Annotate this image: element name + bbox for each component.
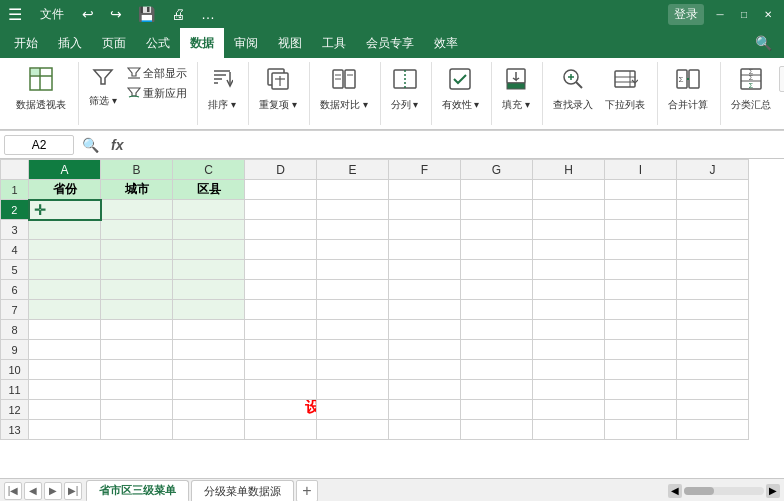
redo-icon[interactable]: ↪: [106, 4, 126, 24]
cell-f13[interactable]: [389, 420, 461, 440]
cell-a13[interactable]: [29, 420, 101, 440]
cell-h13[interactable]: [533, 420, 605, 440]
cell-g11[interactable]: [461, 380, 533, 400]
cell-h11[interactable]: [533, 380, 605, 400]
cell-d13[interactable]: [245, 420, 317, 440]
cell-d11[interactable]: [245, 380, 317, 400]
col-header-i[interactable]: I: [605, 160, 677, 180]
cell-c7[interactable]: [173, 300, 245, 320]
cell-f9[interactable]: [389, 340, 461, 360]
col-header-f[interactable]: F: [389, 160, 461, 180]
cell-h3[interactable]: [533, 220, 605, 240]
cell-j6[interactable]: [677, 280, 749, 300]
print-icon[interactable]: 🖨: [167, 4, 189, 24]
tab-formula[interactable]: 公式: [136, 28, 180, 58]
cell-c3[interactable]: [173, 220, 245, 240]
tab-vip[interactable]: 会员专享: [356, 28, 424, 58]
cell-b9[interactable]: [101, 340, 173, 360]
cell-h10[interactable]: [533, 360, 605, 380]
row-header-6[interactable]: 6: [1, 280, 29, 300]
row-header-11[interactable]: 11: [1, 380, 29, 400]
more-data-button[interactable]: [779, 66, 784, 92]
row-header-9[interactable]: 9: [1, 340, 29, 360]
reapply-button[interactable]: 重新应用: [125, 84, 189, 103]
find-insert-button[interactable]: 查找录入: [549, 64, 597, 114]
cell-a4[interactable]: [29, 240, 101, 260]
cell-a2[interactable]: ✛: [29, 200, 101, 220]
cell-b5[interactable]: [101, 260, 173, 280]
cell-a5[interactable]: [29, 260, 101, 280]
cell-h9[interactable]: [533, 340, 605, 360]
cell-f7[interactable]: [389, 300, 461, 320]
cell-d1[interactable]: [245, 180, 317, 200]
cell-g12[interactable]: [461, 400, 533, 420]
tab-data[interactable]: 数据: [180, 28, 224, 58]
cell-f12[interactable]: [389, 400, 461, 420]
cell-a1[interactable]: 省份: [29, 180, 101, 200]
scroll-left-button[interactable]: ◀: [668, 484, 682, 498]
subtotal-button[interactable]: Σ Σ Σ 分类汇总: [727, 64, 775, 114]
cell-reference-input[interactable]: [4, 135, 74, 155]
col-header-e[interactable]: E: [317, 160, 389, 180]
cell-j4[interactable]: [677, 240, 749, 260]
cell-b8[interactable]: [101, 320, 173, 340]
cell-e10[interactable]: [317, 360, 389, 380]
cell-i7[interactable]: [605, 300, 677, 320]
cell-i5[interactable]: [605, 260, 677, 280]
cell-e12[interactable]: [317, 400, 389, 420]
show-all-button[interactable]: 全部显示: [125, 64, 189, 83]
cell-i1[interactable]: [605, 180, 677, 200]
file-menu[interactable]: 文件: [34, 6, 70, 23]
validity-button[interactable]: 有效性 ▾: [438, 64, 484, 114]
scroll-right-button[interactable]: ▶: [766, 484, 780, 498]
cell-b6[interactable]: [101, 280, 173, 300]
cell-c13[interactable]: [173, 420, 245, 440]
cell-f10[interactable]: [389, 360, 461, 380]
search-ribbon-icon[interactable]: 🔍: [747, 35, 780, 51]
cell-j10[interactable]: [677, 360, 749, 380]
cell-b12[interactable]: [101, 400, 173, 420]
sheet-add-button[interactable]: +: [296, 480, 318, 502]
cell-i9[interactable]: [605, 340, 677, 360]
cell-a10[interactable]: [29, 360, 101, 380]
cell-a7[interactable]: [29, 300, 101, 320]
tab-insert[interactable]: 插入: [48, 28, 92, 58]
cell-e13[interactable]: [317, 420, 389, 440]
cell-g2[interactable]: [461, 200, 533, 220]
cell-a3[interactable]: [29, 220, 101, 240]
cell-c10[interactable]: [173, 360, 245, 380]
row-header-12[interactable]: 12: [1, 400, 29, 420]
cell-i11[interactable]: [605, 380, 677, 400]
cell-e8[interactable]: [317, 320, 389, 340]
cell-i3[interactable]: [605, 220, 677, 240]
row-header-1[interactable]: 1: [1, 180, 29, 200]
cell-d5[interactable]: [245, 260, 317, 280]
cell-g6[interactable]: [461, 280, 533, 300]
fill-button[interactable]: 填充 ▾: [498, 64, 534, 114]
cell-f4[interactable]: [389, 240, 461, 260]
row-header-8[interactable]: 8: [1, 320, 29, 340]
cell-c9[interactable]: [173, 340, 245, 360]
cell-j1[interactable]: [677, 180, 749, 200]
cell-d10[interactable]: [245, 360, 317, 380]
cell-d2[interactable]: [245, 200, 317, 220]
cell-c6[interactable]: [173, 280, 245, 300]
cell-g13[interactable]: [461, 420, 533, 440]
cell-j5[interactable]: [677, 260, 749, 280]
cell-a6[interactable]: [29, 280, 101, 300]
cell-b13[interactable]: [101, 420, 173, 440]
row-header-10[interactable]: 10: [1, 360, 29, 380]
cell-i6[interactable]: [605, 280, 677, 300]
tab-tools[interactable]: 工具: [312, 28, 356, 58]
cell-c11[interactable]: [173, 380, 245, 400]
formula-input[interactable]: [131, 136, 780, 154]
cell-e7[interactable]: [317, 300, 389, 320]
cell-e3[interactable]: [317, 220, 389, 240]
cell-c8[interactable]: [173, 320, 245, 340]
compare-button[interactable]: 数据对比 ▾: [316, 64, 372, 114]
menu-icon[interactable]: ☰: [8, 5, 22, 24]
cell-i12[interactable]: [605, 400, 677, 420]
cell-c1[interactable]: 区县: [173, 180, 245, 200]
cell-g7[interactable]: [461, 300, 533, 320]
tab-page[interactable]: 页面: [92, 28, 136, 58]
